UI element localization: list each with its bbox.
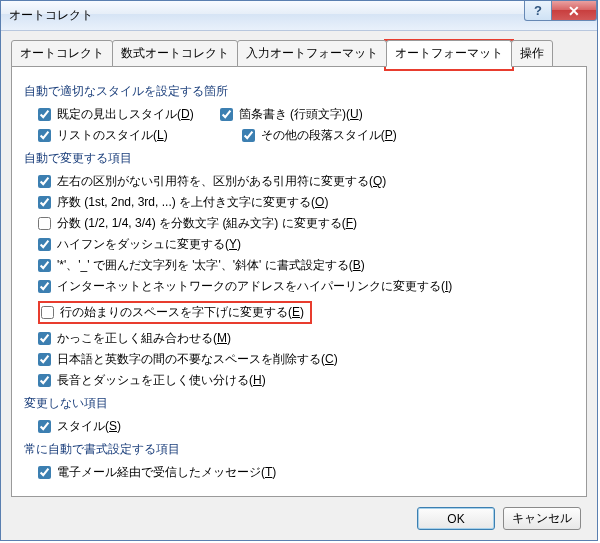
- chk-preserve-styles-box[interactable]: [38, 420, 51, 433]
- tab-autoformat-as-you-type[interactable]: 入力オートフォーマット: [237, 40, 387, 67]
- chk-ordinals-superscript-label: 序数 (1st, 2nd, 3rd, ...) を上付き文字に変更する(O): [57, 194, 328, 211]
- chk-remove-jp-en-space[interactable]: 日本語と英数字の間の不要なスペースを削除する(C): [38, 351, 338, 368]
- group-preserve-items: スタイル(S): [38, 418, 574, 435]
- chk-hyperlinks-box[interactable]: [38, 280, 51, 293]
- tab-math-autocorrect[interactable]: 数式オートコレクト: [112, 40, 238, 67]
- group-replace-items: 左右の区別がない引用符を、区別がある引用符に変更する(Q) 序数 (1st, 2…: [38, 173, 574, 389]
- chk-bulleted-lists[interactable]: 箇条書き (行頭文字)(U): [220, 106, 363, 123]
- chk-preserve-styles-label: スタイル(S): [57, 418, 121, 435]
- chk-hyphen-dash-label: ハイフンをダッシュに変更する(Y): [57, 236, 241, 253]
- chk-remove-jp-en-space-label: 日本語と英数字の間の不要なスペースを削除する(C): [57, 351, 338, 368]
- chk-hyphen-dash-box[interactable]: [38, 238, 51, 251]
- close-icon: ✕: [568, 3, 580, 19]
- chk-ordinals-superscript[interactable]: 序数 (1st, 2nd, 3rd, ...) を上付き文字に変更する(O): [38, 194, 328, 211]
- chk-long-vowel-dash[interactable]: 長音とダッシュを正しく使い分ける(H): [38, 372, 266, 389]
- chk-fractions-label: 分数 (1/2, 1/4, 3/4) を分数文字 (組み文字) に変更する(F): [57, 215, 357, 232]
- close-button[interactable]: ✕: [551, 1, 597, 21]
- group-always-title: 常に自動で書式設定する項目: [24, 441, 574, 458]
- chk-indent-spaces[interactable]: 行の始まりのスペースを字下げに変更する(E): [41, 304, 304, 321]
- chk-list-styles[interactable]: リストのスタイル(L): [38, 127, 168, 144]
- ok-button[interactable]: OK: [417, 507, 495, 530]
- chk-long-vowel-dash-label: 長音とダッシュを正しく使い分ける(H): [57, 372, 266, 389]
- chk-email-messages[interactable]: 電子メール経由で受信したメッセージ(T): [38, 464, 276, 481]
- chk-smart-quotes-label: 左右の区別がない引用符を、区別がある引用符に変更する(Q): [57, 173, 386, 190]
- chk-other-paragraph-styles-box[interactable]: [242, 129, 255, 142]
- window-buttons: ? ✕: [525, 1, 597, 21]
- group-apply-items: 既定の見出しスタイル(D) 箇条書き (行頭文字)(U) リストのスタイル(L): [38, 106, 574, 144]
- chk-indent-spaces-label: 行の始まりのスペースを字下げに変更する(E): [60, 304, 304, 321]
- tab-wrap: オートコレクト 数式オートコレクト 入力オートフォーマット オートフォーマット …: [11, 39, 587, 66]
- chk-other-paragraph-styles-label: その他の段落スタイル(P): [261, 127, 397, 144]
- tabstrip: オートコレクト 数式オートコレクト 入力オートフォーマット オートフォーマット …: [11, 39, 587, 66]
- chk-preserve-styles[interactable]: スタイル(S): [38, 418, 121, 435]
- tab-panel-autoformat: 自動で適切なスタイルを設定する箇所 既定の見出しスタイル(D) 箇条書き (行頭…: [11, 66, 587, 497]
- group-always-items: 電子メール経由で受信したメッセージ(T): [38, 464, 574, 481]
- chk-bulleted-lists-label: 箇条書き (行頭文字)(U): [239, 106, 363, 123]
- dialog-button-bar: OK キャンセル: [11, 497, 587, 530]
- client-area: オートコレクト 数式オートコレクト 入力オートフォーマット オートフォーマット …: [1, 31, 597, 540]
- option-highlight-annotation: 行の始まりのスペースを字下げに変更する(E): [38, 301, 312, 324]
- chk-list-styles-label: リストのスタイル(L): [57, 127, 168, 144]
- chk-long-vowel-dash-box[interactable]: [38, 374, 51, 387]
- window-title: オートコレクト: [1, 7, 93, 24]
- chk-email-messages-label: 電子メール経由で受信したメッセージ(T): [57, 464, 276, 481]
- chk-bold-italic-box[interactable]: [38, 259, 51, 272]
- group-apply-title: 自動で適切なスタイルを設定する箇所: [24, 83, 574, 100]
- tab-autocorrect[interactable]: オートコレクト: [11, 40, 113, 67]
- chk-other-paragraph-styles[interactable]: その他の段落スタイル(P): [242, 127, 397, 144]
- chk-hyperlinks-label: インターネットとネットワークのアドレスをハイパーリンクに変更する(I): [57, 278, 452, 295]
- tab-actions[interactable]: 操作: [511, 40, 553, 67]
- group-preserve-title: 変更しない項目: [24, 395, 574, 412]
- group-replace-title: 自動で変更する項目: [24, 150, 574, 167]
- tab-autoformat[interactable]: オートフォーマット: [386, 40, 512, 67]
- cancel-button[interactable]: キャンセル: [503, 507, 581, 530]
- chk-hyperlinks[interactable]: インターネットとネットワークのアドレスをハイパーリンクに変更する(I): [38, 278, 452, 295]
- chk-indent-spaces-box[interactable]: [41, 306, 54, 319]
- chk-bold-italic[interactable]: '*'、'_' で囲んだ文字列を '太字'、'斜体' に書式設定する(B): [38, 257, 365, 274]
- chk-remove-jp-en-space-box[interactable]: [38, 353, 51, 366]
- titlebar: オートコレクト ? ✕: [1, 1, 597, 31]
- chk-hyphen-dash[interactable]: ハイフンをダッシュに変更する(Y): [38, 236, 241, 253]
- chk-heading-styles[interactable]: 既定の見出しスタイル(D): [38, 106, 194, 123]
- chk-fractions[interactable]: 分数 (1/2, 1/4, 3/4) を分数文字 (組み文字) に変更する(F): [38, 215, 357, 232]
- chk-bulleted-lists-box[interactable]: [220, 108, 233, 121]
- chk-list-styles-box[interactable]: [38, 129, 51, 142]
- chk-bold-italic-label: '*'、'_' で囲んだ文字列を '太字'、'斜体' に書式設定する(B): [57, 257, 365, 274]
- chk-email-messages-box[interactable]: [38, 466, 51, 479]
- help-icon: ?: [534, 3, 542, 18]
- chk-ordinals-superscript-box[interactable]: [38, 196, 51, 209]
- chk-heading-styles-box[interactable]: [38, 108, 51, 121]
- chk-fractions-box[interactable]: [38, 217, 51, 230]
- chk-smart-quotes[interactable]: 左右の区別がない引用符を、区別がある引用符に変更する(Q): [38, 173, 386, 190]
- help-button[interactable]: ?: [524, 1, 552, 21]
- autocorrect-dialog: オートコレクト ? ✕ オートコレクト 数式オートコレクト 入力オートフォーマッ…: [0, 0, 598, 541]
- chk-smart-quotes-box[interactable]: [38, 175, 51, 188]
- chk-match-brackets-label: かっこを正しく組み合わせる(M): [57, 330, 231, 347]
- chk-match-brackets[interactable]: かっこを正しく組み合わせる(M): [38, 330, 231, 347]
- chk-heading-styles-label: 既定の見出しスタイル(D): [57, 106, 194, 123]
- chk-match-brackets-box[interactable]: [38, 332, 51, 345]
